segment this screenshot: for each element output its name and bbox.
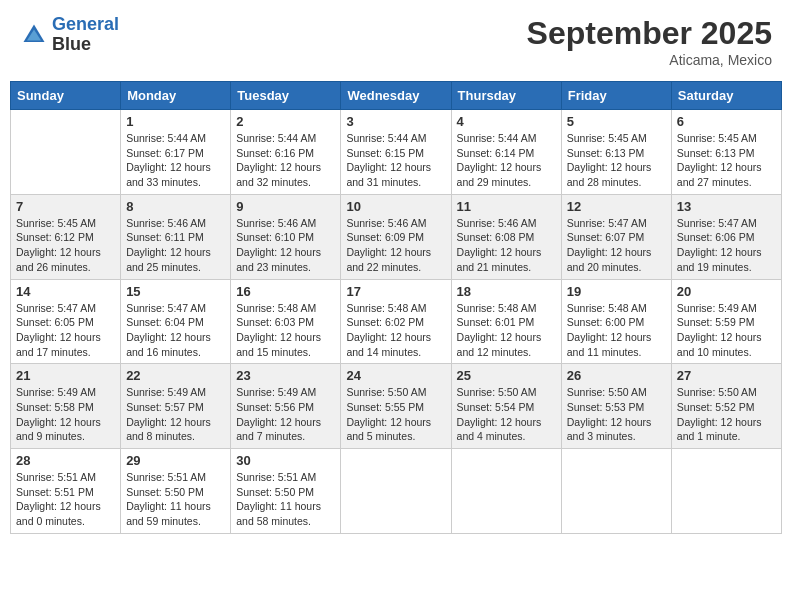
day-info: Sunrise: 5:50 AMSunset: 5:54 PMDaylight:… (457, 385, 556, 444)
day-info: Sunrise: 5:50 AMSunset: 5:55 PMDaylight:… (346, 385, 445, 444)
day-info: Sunrise: 5:46 AMSunset: 6:09 PMDaylight:… (346, 216, 445, 275)
day-info: Sunrise: 5:45 AMSunset: 6:12 PMDaylight:… (16, 216, 115, 275)
calendar-cell: 18Sunrise: 5:48 AMSunset: 6:01 PMDayligh… (451, 279, 561, 364)
calendar-cell: 11Sunrise: 5:46 AMSunset: 6:08 PMDayligh… (451, 194, 561, 279)
calendar-cell: 7Sunrise: 5:45 AMSunset: 6:12 PMDaylight… (11, 194, 121, 279)
day-info: Sunrise: 5:50 AMSunset: 5:52 PMDaylight:… (677, 385, 776, 444)
day-info: Sunrise: 5:44 AMSunset: 6:17 PMDaylight:… (126, 131, 225, 190)
column-header-monday: Monday (121, 82, 231, 110)
day-number: 28 (16, 453, 115, 468)
day-info: Sunrise: 5:44 AMSunset: 6:14 PMDaylight:… (457, 131, 556, 190)
day-number: 26 (567, 368, 666, 383)
column-header-saturday: Saturday (671, 82, 781, 110)
calendar-week-5: 28Sunrise: 5:51 AMSunset: 5:51 PMDayligh… (11, 449, 782, 534)
calendar-cell: 16Sunrise: 5:48 AMSunset: 6:03 PMDayligh… (231, 279, 341, 364)
day-info: Sunrise: 5:46 AMSunset: 6:08 PMDaylight:… (457, 216, 556, 275)
day-number: 1 (126, 114, 225, 129)
day-info: Sunrise: 5:47 AMSunset: 6:06 PMDaylight:… (677, 216, 776, 275)
day-info: Sunrise: 5:49 AMSunset: 5:59 PMDaylight:… (677, 301, 776, 360)
calendar-week-1: 1Sunrise: 5:44 AMSunset: 6:17 PMDaylight… (11, 110, 782, 195)
calendar-cell: 27Sunrise: 5:50 AMSunset: 5:52 PMDayligh… (671, 364, 781, 449)
day-number: 7 (16, 199, 115, 214)
calendar-cell: 5Sunrise: 5:45 AMSunset: 6:13 PMDaylight… (561, 110, 671, 195)
day-info: Sunrise: 5:51 AMSunset: 5:51 PMDaylight:… (16, 470, 115, 529)
day-number: 24 (346, 368, 445, 383)
calendar-cell: 13Sunrise: 5:47 AMSunset: 6:06 PMDayligh… (671, 194, 781, 279)
calendar-cell: 25Sunrise: 5:50 AMSunset: 5:54 PMDayligh… (451, 364, 561, 449)
day-info: Sunrise: 5:44 AMSunset: 6:15 PMDaylight:… (346, 131, 445, 190)
calendar-cell: 23Sunrise: 5:49 AMSunset: 5:56 PMDayligh… (231, 364, 341, 449)
day-info: Sunrise: 5:49 AMSunset: 5:57 PMDaylight:… (126, 385, 225, 444)
calendar-cell: 12Sunrise: 5:47 AMSunset: 6:07 PMDayligh… (561, 194, 671, 279)
logo-icon (20, 21, 48, 49)
day-info: Sunrise: 5:47 AMSunset: 6:07 PMDaylight:… (567, 216, 666, 275)
day-info: Sunrise: 5:49 AMSunset: 5:56 PMDaylight:… (236, 385, 335, 444)
calendar-cell (671, 449, 781, 534)
calendar-cell: 3Sunrise: 5:44 AMSunset: 6:15 PMDaylight… (341, 110, 451, 195)
day-number: 6 (677, 114, 776, 129)
calendar-cell: 17Sunrise: 5:48 AMSunset: 6:02 PMDayligh… (341, 279, 451, 364)
calendar-cell: 2Sunrise: 5:44 AMSunset: 6:16 PMDaylight… (231, 110, 341, 195)
calendar-cell: 19Sunrise: 5:48 AMSunset: 6:00 PMDayligh… (561, 279, 671, 364)
day-info: Sunrise: 5:47 AMSunset: 6:04 PMDaylight:… (126, 301, 225, 360)
calendar-cell: 24Sunrise: 5:50 AMSunset: 5:55 PMDayligh… (341, 364, 451, 449)
title-block: September 2025 Aticama, Mexico (527, 15, 772, 68)
calendar-body: 1Sunrise: 5:44 AMSunset: 6:17 PMDaylight… (11, 110, 782, 534)
calendar-cell (451, 449, 561, 534)
month-title: September 2025 (527, 15, 772, 52)
day-info: Sunrise: 5:44 AMSunset: 6:16 PMDaylight:… (236, 131, 335, 190)
day-number: 14 (16, 284, 115, 299)
location: Aticama, Mexico (527, 52, 772, 68)
column-header-wednesday: Wednesday (341, 82, 451, 110)
day-number: 11 (457, 199, 556, 214)
calendar-cell: 20Sunrise: 5:49 AMSunset: 5:59 PMDayligh… (671, 279, 781, 364)
calendar-cell: 9Sunrise: 5:46 AMSunset: 6:10 PMDaylight… (231, 194, 341, 279)
day-number: 15 (126, 284, 225, 299)
day-number: 27 (677, 368, 776, 383)
day-number: 9 (236, 199, 335, 214)
calendar-week-4: 21Sunrise: 5:49 AMSunset: 5:58 PMDayligh… (11, 364, 782, 449)
calendar-cell: 21Sunrise: 5:49 AMSunset: 5:58 PMDayligh… (11, 364, 121, 449)
day-info: Sunrise: 5:47 AMSunset: 6:05 PMDaylight:… (16, 301, 115, 360)
day-number: 19 (567, 284, 666, 299)
day-number: 5 (567, 114, 666, 129)
calendar-cell: 29Sunrise: 5:51 AMSunset: 5:50 PMDayligh… (121, 449, 231, 534)
calendar-week-2: 7Sunrise: 5:45 AMSunset: 6:12 PMDaylight… (11, 194, 782, 279)
day-number: 16 (236, 284, 335, 299)
calendar-cell: 10Sunrise: 5:46 AMSunset: 6:09 PMDayligh… (341, 194, 451, 279)
day-number: 30 (236, 453, 335, 468)
calendar-cell: 8Sunrise: 5:46 AMSunset: 6:11 PMDaylight… (121, 194, 231, 279)
day-info: Sunrise: 5:48 AMSunset: 6:03 PMDaylight:… (236, 301, 335, 360)
logo: General Blue (20, 15, 119, 55)
day-number: 29 (126, 453, 225, 468)
page-header: General Blue September 2025 Aticama, Mex… (10, 10, 782, 73)
calendar-cell (341, 449, 451, 534)
day-number: 21 (16, 368, 115, 383)
calendar-cell: 1Sunrise: 5:44 AMSunset: 6:17 PMDaylight… (121, 110, 231, 195)
calendar-cell: 26Sunrise: 5:50 AMSunset: 5:53 PMDayligh… (561, 364, 671, 449)
day-info: Sunrise: 5:48 AMSunset: 6:00 PMDaylight:… (567, 301, 666, 360)
column-header-tuesday: Tuesday (231, 82, 341, 110)
day-number: 18 (457, 284, 556, 299)
day-number: 22 (126, 368, 225, 383)
column-header-sunday: Sunday (11, 82, 121, 110)
calendar-week-3: 14Sunrise: 5:47 AMSunset: 6:05 PMDayligh… (11, 279, 782, 364)
day-number: 12 (567, 199, 666, 214)
day-info: Sunrise: 5:51 AMSunset: 5:50 PMDaylight:… (236, 470, 335, 529)
day-info: Sunrise: 5:46 AMSunset: 6:11 PMDaylight:… (126, 216, 225, 275)
day-info: Sunrise: 5:45 AMSunset: 6:13 PMDaylight:… (677, 131, 776, 190)
calendar-header-row: SundayMondayTuesdayWednesdayThursdayFrid… (11, 82, 782, 110)
day-info: Sunrise: 5:51 AMSunset: 5:50 PMDaylight:… (126, 470, 225, 529)
column-header-friday: Friday (561, 82, 671, 110)
calendar-cell (11, 110, 121, 195)
day-info: Sunrise: 5:48 AMSunset: 6:01 PMDaylight:… (457, 301, 556, 360)
day-number: 20 (677, 284, 776, 299)
calendar-cell: 30Sunrise: 5:51 AMSunset: 5:50 PMDayligh… (231, 449, 341, 534)
day-number: 8 (126, 199, 225, 214)
calendar-table: SundayMondayTuesdayWednesdayThursdayFrid… (10, 81, 782, 534)
day-info: Sunrise: 5:50 AMSunset: 5:53 PMDaylight:… (567, 385, 666, 444)
day-number: 25 (457, 368, 556, 383)
day-number: 10 (346, 199, 445, 214)
calendar-cell: 28Sunrise: 5:51 AMSunset: 5:51 PMDayligh… (11, 449, 121, 534)
logo-text: General Blue (52, 15, 119, 55)
